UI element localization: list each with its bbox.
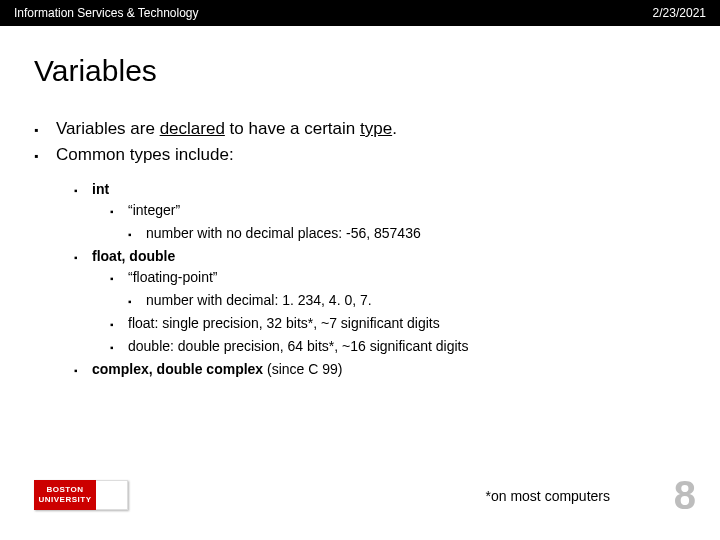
logo-white-panel [96, 480, 128, 510]
boston-university-logo: BOSTON UNIVERSITY [34, 480, 128, 510]
header-date: 2/23/2021 [653, 6, 706, 20]
bullet-integer: “integer” [110, 200, 686, 221]
text: Common types include: [56, 145, 234, 164]
bullet-common-types: Common types include: int “integer” numb… [34, 142, 686, 381]
slide-header: Information Services & Technology 2/23/2… [0, 0, 720, 26]
bullet-declared: Variables are declared to have a certain… [34, 116, 686, 142]
underline-declared: declared [160, 119, 225, 138]
text: complex, double complex [92, 361, 263, 377]
logo-text: BOSTON UNIVERSITY [34, 480, 96, 510]
text: to have a certain [225, 119, 360, 138]
logo-line2: UNIVERSITY [38, 495, 91, 505]
bullet-int: int “integer” number with no decimal pla… [74, 179, 686, 244]
page-number: 8 [674, 473, 696, 518]
text: int [92, 181, 109, 197]
bullet-double-precision: double: double precision, 64 bits*, ~16 … [110, 336, 686, 357]
slide-title: Variables [34, 54, 720, 88]
slide-content: Variables are declared to have a certain… [0, 116, 720, 380]
bullet-int-example: number with no decimal places: -56, 8574… [128, 223, 686, 244]
logo-line1: BOSTON [46, 485, 83, 495]
bullet-float-double: float, double “floating-point” number wi… [74, 246, 686, 357]
text: . [392, 119, 397, 138]
bullet-float-example: number with decimal: 1. 234, 4. 0, 7. [128, 290, 686, 311]
bullet-floating-point: “floating-point” [110, 267, 686, 288]
text: float, double [92, 248, 175, 264]
bullet-complex: complex, double complex (since C 99) [74, 359, 686, 380]
underline-type: type [360, 119, 392, 138]
footnote: *on most computers [486, 488, 611, 504]
header-left: Information Services & Technology [14, 6, 199, 20]
text: Variables are [56, 119, 160, 138]
text: (since C 99) [263, 361, 342, 377]
bullet-float-precision: float: single precision, 32 bits*, ~7 si… [110, 313, 686, 334]
